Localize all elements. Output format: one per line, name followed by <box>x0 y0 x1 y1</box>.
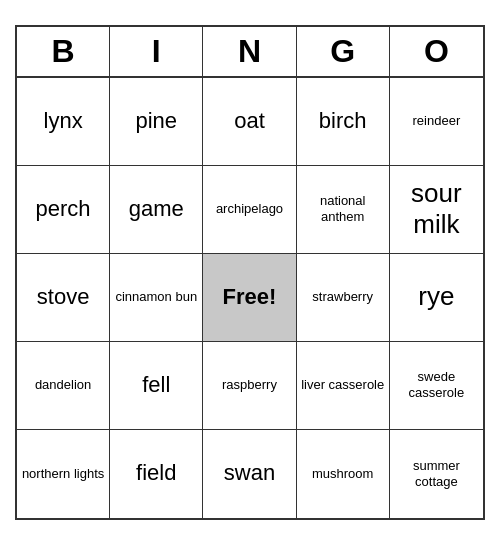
cell-text: perch <box>36 196 91 222</box>
cell-text: oat <box>234 108 265 134</box>
cell-text: swede casserole <box>394 369 479 400</box>
bingo-cell: liver casserole <box>297 342 390 430</box>
header-letter: B <box>17 27 110 76</box>
cell-text: national anthem <box>301 193 385 224</box>
bingo-cell: reindeer <box>390 78 483 166</box>
cell-text: cinnamon bun <box>115 289 197 305</box>
cell-text: game <box>129 196 184 222</box>
header-letter: I <box>110 27 203 76</box>
cell-text: northern lights <box>22 466 104 482</box>
cell-text: stove <box>37 284 90 310</box>
bingo-cell: swede casserole <box>390 342 483 430</box>
bingo-cell: national anthem <box>297 166 390 254</box>
bingo-cell: birch <box>297 78 390 166</box>
cell-text: strawberry <box>312 289 373 305</box>
bingo-cell: cinnamon bun <box>110 254 203 342</box>
cell-text: field <box>136 460 176 486</box>
cell-text: fell <box>142 372 170 398</box>
cell-text: sour milk <box>394 178 479 240</box>
cell-text: dandelion <box>35 377 91 393</box>
bingo-cell: field <box>110 430 203 518</box>
bingo-cell: pine <box>110 78 203 166</box>
bingo-cell: fell <box>110 342 203 430</box>
bingo-header: BINGO <box>17 27 483 78</box>
header-letter: G <box>297 27 390 76</box>
header-letter: O <box>390 27 483 76</box>
cell-text: mushroom <box>312 466 373 482</box>
cell-text: birch <box>319 108 367 134</box>
bingo-cell: northern lights <box>17 430 110 518</box>
bingo-grid: lynxpineoatbirchreindeerperchgamearchipe… <box>17 78 483 518</box>
bingo-cell: rye <box>390 254 483 342</box>
bingo-cell: archipelago <box>203 166 296 254</box>
bingo-cell: lynx <box>17 78 110 166</box>
cell-text: liver casserole <box>301 377 384 393</box>
bingo-cell: sour milk <box>390 166 483 254</box>
bingo-cell: swan <box>203 430 296 518</box>
cell-text: lynx <box>44 108 83 134</box>
cell-text: raspberry <box>222 377 277 393</box>
bingo-cell: game <box>110 166 203 254</box>
bingo-card: BINGO lynxpineoatbirchreindeerperchgamea… <box>15 25 485 520</box>
bingo-cell: perch <box>17 166 110 254</box>
bingo-cell: oat <box>203 78 296 166</box>
bingo-cell: summer cottage <box>390 430 483 518</box>
bingo-cell: stove <box>17 254 110 342</box>
cell-text: reindeer <box>413 113 461 129</box>
header-letter: N <box>203 27 296 76</box>
bingo-cell: strawberry <box>297 254 390 342</box>
bingo-cell: mushroom <box>297 430 390 518</box>
bingo-cell: Free! <box>203 254 296 342</box>
bingo-cell: raspberry <box>203 342 296 430</box>
cell-text: rye <box>418 281 454 312</box>
cell-text: pine <box>135 108 177 134</box>
bingo-cell: dandelion <box>17 342 110 430</box>
cell-text: swan <box>224 460 275 486</box>
cell-text: summer cottage <box>394 458 479 489</box>
cell-text: archipelago <box>216 201 283 217</box>
